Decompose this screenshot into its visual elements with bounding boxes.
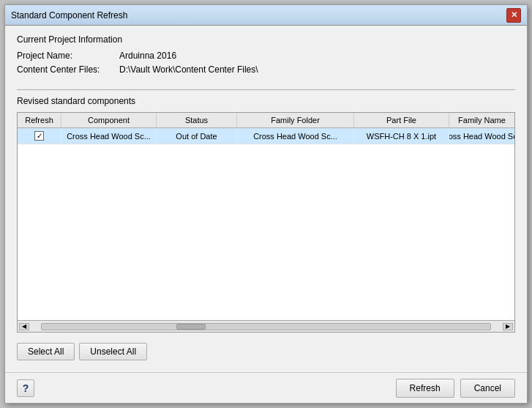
- row-status-cell: Out of Date: [157, 128, 237, 144]
- row-family-folder-cell: Cross Head Wood Sc...: [237, 128, 354, 144]
- table-body: Cross Head Wood Sc... Out of Date Cross …: [18, 128, 514, 320]
- main-content: Current Project Information Project Name…: [5, 26, 527, 372]
- close-button[interactable]: ✕: [506, 8, 521, 23]
- row-family-name-cell: Cross Head Wood Sc...: [449, 128, 514, 144]
- unselect-all-button[interactable]: Unselect All: [79, 343, 147, 360]
- table-header: Refresh Component Status Family Folder P…: [18, 113, 514, 128]
- project-name-value: Arduinna 2016: [119, 51, 515, 61]
- row-component-cell: Cross Head Wood Sc...: [61, 128, 157, 144]
- title-bar: Standard Component Refresh ✕: [5, 5, 527, 26]
- refresh-button[interactable]: Refresh: [396, 379, 454, 398]
- scroll-left-button[interactable]: ◀: [19, 323, 29, 330]
- horizontal-scrollbar[interactable]: ◀ ▶: [18, 320, 514, 332]
- window-title: Standard Component Refresh: [11, 10, 127, 21]
- col-header-component: Component: [61, 113, 157, 127]
- content-center-value: D:\Vault Work\Content Center Files\: [119, 64, 515, 75]
- col-header-status: Status: [157, 113, 237, 127]
- scrollbar-thumb[interactable]: [176, 324, 206, 330]
- col-header-part-file: Part File: [354, 113, 449, 127]
- col-header-family-folder: Family Folder: [237, 113, 354, 127]
- section-divider: [17, 89, 515, 90]
- help-button[interactable]: ?: [17, 379, 34, 397]
- content-center-label: Content Center Files:: [17, 64, 119, 75]
- table-action-buttons: Select All Unselect All: [17, 338, 515, 363]
- select-all-button[interactable]: Select All: [17, 343, 75, 360]
- refresh-checkbox[interactable]: [34, 131, 44, 141]
- revised-section-title: Revised standard components: [17, 96, 515, 106]
- project-info-section-title: Current Project Information: [17, 34, 515, 45]
- project-info-grid: Project Name: Arduinna 2016 Content Cent…: [17, 51, 515, 75]
- select-buttons: Select All Unselect All: [17, 343, 147, 360]
- scrollbar-track[interactable]: [41, 323, 491, 330]
- cancel-button[interactable]: Cancel: [460, 379, 515, 398]
- col-header-family-name: Family Name: [449, 113, 514, 127]
- main-window: Standard Component Refresh ✕ Current Pro…: [4, 4, 528, 404]
- footer-right-buttons: Refresh Cancel: [396, 379, 515, 398]
- row-refresh-cell[interactable]: [18, 128, 61, 144]
- row-part-file-cell: WSFH-CH 8 X 1.ipt: [354, 128, 449, 144]
- scroll-right-button[interactable]: ▶: [503, 323, 513, 330]
- col-header-refresh: Refresh: [18, 113, 61, 127]
- project-name-label: Project Name:: [17, 51, 119, 61]
- components-table: Refresh Component Status Family Folder P…: [17, 112, 515, 333]
- footer-bar: ? Refresh Cancel: [5, 372, 527, 403]
- table-row[interactable]: Cross Head Wood Sc... Out of Date Cross …: [18, 128, 514, 144]
